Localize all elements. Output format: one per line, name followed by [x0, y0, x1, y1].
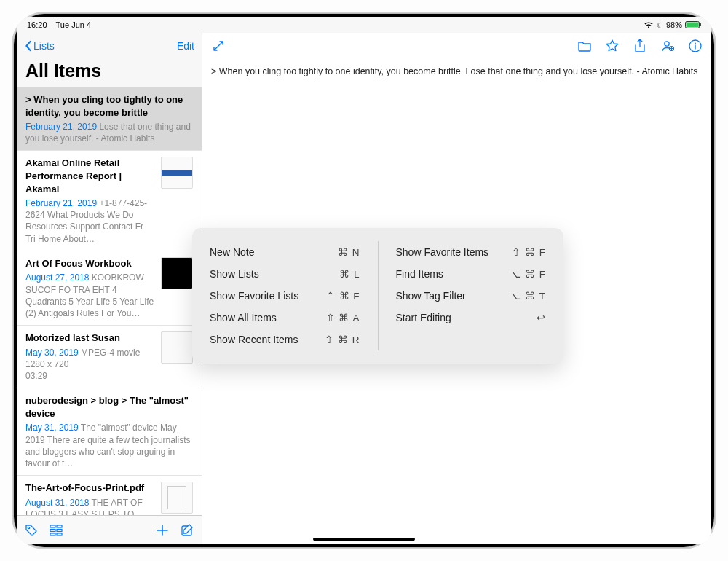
status-left: 16:20 Tue Jun 4 — [27, 20, 91, 29]
grid-view-icon[interactable] — [49, 523, 63, 538]
item-dimensions: 1280 x 720 — [25, 358, 155, 370]
item-duration: 03:29 — [25, 370, 155, 382]
shortcut-item[interactable]: Show Favorite Items⇧ ⌘ F — [396, 241, 547, 263]
item-thumbnail — [161, 157, 193, 189]
item-preview: MPEG-4 movie — [81, 348, 140, 358]
item-date: August 27, 2018 — [25, 272, 89, 283]
item-title: nuberodesign > blog > The "almost" devic… — [25, 394, 193, 420]
shortcut-column-left: New Note⌘ N Show Lists⌘ L Show Favorite … — [192, 241, 379, 350]
item-date: May 30, 2019 — [25, 348, 79, 358]
sidebar-toolbar — [17, 515, 202, 544]
compose-icon[interactable] — [180, 523, 194, 538]
sidebar-nav: Lists Edit — [17, 33, 202, 59]
shortcut-item[interactable]: Show Favorite Lists⌃ ⌘ F — [210, 285, 360, 307]
status-date: Tue Jun 4 — [56, 20, 92, 29]
svg-point-3 — [28, 527, 29, 528]
item-title: Akamai Online Retail Performance Report … — [25, 157, 155, 195]
status-right: ☾ 98% — [644, 20, 701, 29]
item-list[interactable]: > When you cling too tightly to one iden… — [17, 87, 202, 515]
svg-rect-8 — [50, 533, 55, 536]
shortcut-item[interactable]: Show All Items⇧ ⌘ A — [210, 307, 360, 329]
dnd-moon-icon: ☾ — [657, 21, 663, 29]
svg-point-14 — [695, 43, 696, 44]
share-icon[interactable] — [633, 39, 647, 53]
item-date: February 21, 2019 — [25, 122, 97, 132]
item-thumbnail — [161, 482, 193, 514]
shortcut-item[interactable]: Find Items⌥ ⌘ F — [396, 263, 547, 285]
list-item[interactable]: > When you cling too tightly to one iden… — [17, 87, 202, 151]
svg-rect-5 — [57, 525, 62, 527]
svg-point-11 — [665, 42, 669, 46]
home-indicator[interactable] — [313, 538, 415, 541]
shortcut-column-right: Show Favorite Items⇧ ⌘ F Find Items⌥ ⌘ F… — [379, 241, 564, 350]
item-title: The-Art-of-Focus-Print.pdf — [25, 482, 155, 495]
list-item[interactable]: nuberodesign > blog > The "almost" devic… — [17, 388, 202, 476]
add-icon[interactable] — [155, 523, 170, 538]
shortcut-overlay: New Note⌘ N Show Lists⌘ L Show Favorite … — [192, 228, 563, 364]
svg-rect-2 — [700, 23, 701, 26]
expand-icon[interactable] — [211, 39, 226, 53]
item-title: > When you cling too tightly to one iden… — [25, 93, 193, 119]
item-thumbnail — [161, 332, 193, 364]
chevron-left-icon — [24, 40, 32, 52]
svg-rect-7 — [57, 529, 62, 531]
back-label: Lists — [33, 40, 55, 52]
item-thumbnail — [161, 257, 193, 289]
battery-percent: 98% — [666, 20, 682, 29]
battery-icon — [685, 21, 701, 28]
tag-icon[interactable] — [24, 523, 39, 538]
page-title: All Items — [17, 59, 202, 87]
list-item[interactable]: The-Art-of-Focus-Print.pdf August 31, 20… — [17, 476, 202, 515]
svg-rect-9 — [57, 533, 62, 536]
detail-toolbar — [202, 33, 711, 59]
shortcut-item[interactable]: Show Recent Items⇧ ⌘ R — [210, 329, 360, 350]
wifi-icon — [644, 21, 654, 28]
shortcut-item[interactable]: Start Editing↩ — [396, 307, 547, 329]
svg-rect-4 — [50, 525, 55, 527]
edit-button[interactable]: Edit — [177, 40, 194, 52]
person-add-icon[interactable] — [660, 39, 675, 53]
item-date: May 31, 2019 — [25, 423, 79, 433]
back-button[interactable]: Lists — [24, 40, 55, 52]
info-icon[interactable] — [688, 39, 703, 53]
star-icon[interactable] — [605, 39, 620, 53]
screen: 16:20 Tue Jun 4 ☾ 98% — [17, 17, 711, 544]
svg-rect-1 — [687, 23, 699, 28]
status-bar: 16:20 Tue Jun 4 ☾ 98% — [17, 17, 711, 33]
svg-rect-6 — [50, 529, 55, 531]
shortcut-item[interactable]: Show Lists⌘ L — [210, 263, 360, 285]
item-title: Art Of Focus Workbook — [25, 257, 155, 270]
sidebar: Lists Edit All Items > When you cling to… — [17, 33, 202, 544]
shortcut-item[interactable]: New Note⌘ N — [210, 241, 360, 263]
item-title: Motorized last Susan — [25, 332, 155, 345]
folder-icon[interactable] — [577, 39, 592, 53]
list-item[interactable]: Motorized last Susan May 30, 2019 MPEG-4… — [17, 326, 202, 388]
item-date: August 31, 2018 — [25, 498, 89, 508]
list-item[interactable]: Art Of Focus Workbook August 27, 2018 KO… — [17, 251, 202, 326]
list-item[interactable]: Akamai Online Retail Performance Report … — [17, 151, 202, 251]
shortcut-item[interactable]: Show Tag Filter⌥ ⌘ T — [396, 285, 547, 307]
device-frame: 16:20 Tue Jun 4 ☾ 98% — [0, 0, 728, 561]
item-date: February 21, 2019 — [25, 198, 97, 208]
status-time: 16:20 — [27, 20, 47, 29]
